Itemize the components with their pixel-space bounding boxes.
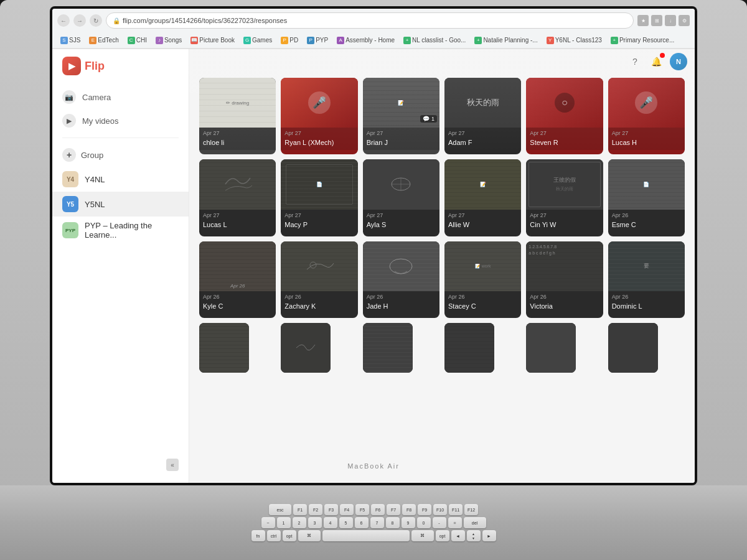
collapse-sidebar-button[interactable]: «	[166, 459, 179, 471]
key-right[interactable]: ►	[482, 530, 496, 541]
key-2[interactable]: 2	[293, 517, 306, 528]
key-5[interactable]: 5	[339, 517, 353, 528]
bookmark-sjs[interactable]: S SJS	[57, 35, 83, 45]
key-updown[interactable]: ▲▼	[467, 530, 481, 541]
video-card-allie-w[interactable]: ••• 📝 Apr 27 Allie W	[444, 159, 521, 236]
key-f10[interactable]: F10	[433, 504, 447, 515]
bm-icon-songs: ♪	[156, 37, 163, 44]
video-card-ayla-s[interactable]: •••	[363, 159, 439, 236]
key-1[interactable]: 1	[277, 517, 291, 528]
video-card-zachary-k[interactable]: •••	[281, 241, 357, 318]
key-space[interactable]	[322, 530, 410, 541]
video-card-partial-4[interactable]: •••	[444, 323, 494, 373]
key-equals[interactable]: =	[448, 517, 462, 528]
key-left[interactable]: ◄	[451, 530, 465, 541]
bookmark-nl[interactable]: + NL classlist - Goo...	[400, 35, 469, 45]
key-9[interactable]: 9	[402, 517, 415, 528]
key-opt-right[interactable]: opt	[436, 530, 449, 541]
key-cmd-right[interactable]: ⌘	[411, 530, 434, 541]
ext-icon-4[interactable]: ⚙	[679, 15, 690, 26]
bookmark-natalie[interactable]: + Natalie Planning -...	[471, 35, 540, 45]
bookmark-pyp[interactable]: P PYP	[304, 35, 331, 45]
bm-label-primary: Primary Resource...	[619, 37, 674, 44]
bookmark-picturebook[interactable]: 📖 Picture Book	[187, 35, 238, 45]
group-label-y4nl: Y4NL	[85, 175, 105, 184]
video-card-lucas-l[interactable]: •••	[199, 159, 276, 236]
svg-point-2	[390, 259, 412, 274]
video-card-partial-2[interactable]: •••	[281, 323, 331, 373]
sidebar-item-myvideos[interactable]: ▶ My videos	[52, 109, 189, 133]
group-item-y5nl[interactable]: Y5 Y5NL	[52, 192, 189, 217]
video-card-macy-p[interactable]: ••• 📄 Apr 27 Macy P	[281, 159, 357, 236]
key-delete[interactable]: del	[464, 517, 486, 528]
key-f2[interactable]: F2	[309, 504, 322, 515]
bookmark-games[interactable]: G Games	[240, 35, 275, 45]
bookmark-chi[interactable]: C CHI	[125, 35, 150, 45]
help-button[interactable]: ?	[627, 54, 642, 69]
key-0[interactable]: 0	[417, 517, 431, 528]
key-esc[interactable]: esc	[269, 504, 291, 515]
key-7[interactable]: 7	[370, 517, 384, 528]
group-label-pyp: PYP – Leading the Learne...	[85, 221, 179, 240]
key-f5[interactable]: F5	[355, 504, 369, 515]
video-card-kyle-c[interactable]: ••• Apr 26 Apr 26 Kyl	[199, 241, 276, 318]
video-card-stacey-c[interactable]: ••• 📝 work Apr 26 Stacey C	[444, 241, 521, 318]
ext-icon-1[interactable]: ★	[637, 15, 649, 26]
group-avatar-pyp: PYP	[62, 222, 78, 238]
video-card-partial-1[interactable]: •••	[199, 323, 249, 373]
ext-icon-2[interactable]: ⊞	[651, 15, 662, 26]
video-card-esme-c[interactable]: ••• 📄 Apr 26 Esme C	[608, 159, 685, 236]
add-group-button[interactable]: + Group	[52, 143, 189, 167]
bm-label-sjs: SJS	[69, 37, 80, 44]
key-fn[interactable]: fn	[251, 530, 265, 541]
key-ctrl[interactable]: ctrl	[267, 530, 281, 541]
video-card-lucas-h[interactable]: 🎤 Apr 27 Lucas H	[608, 78, 685, 154]
key-f11[interactable]: F11	[449, 504, 463, 515]
bookmark-assembly[interactable]: A Assembly - Home	[334, 35, 398, 45]
key-6[interactable]: 6	[355, 517, 369, 528]
key-8[interactable]: 8	[386, 517, 400, 528]
video-card-jade-h[interactable]: •••	[363, 241, 439, 318]
key-minus[interactable]: -	[433, 517, 446, 528]
video-card-partial-5[interactable]	[526, 323, 576, 373]
video-card-partial-6[interactable]	[608, 323, 658, 373]
refresh-button[interactable]: ↻	[90, 14, 102, 27]
video-card-dominic-l[interactable]: ••• 要 Apr 26 Dominic L	[608, 241, 685, 318]
forward-button[interactable]: →	[73, 14, 86, 27]
key-opt[interactable]: opt	[283, 530, 296, 541]
bookmark-songs[interactable]: ♪ Songs	[153, 35, 185, 45]
back-button[interactable]: ←	[57, 14, 70, 27]
notification-button[interactable]: 🔔	[649, 54, 664, 69]
key-f6[interactable]: F6	[371, 504, 385, 515]
key-tilde[interactable]: ~	[261, 517, 275, 528]
ext-icon-3[interactable]: ↓	[665, 15, 676, 26]
video-card-cin-yi-w[interactable]: ••• 王彼的假秋天的雨 Apr 27 Cin Yi W	[526, 159, 603, 236]
top-toolbar: ? 🔔 N	[627, 53, 687, 70]
video-card-steven-r[interactable]: ○ Apr 27 Steven R	[526, 78, 603, 154]
key-4[interactable]: 4	[324, 517, 337, 528]
key-f3[interactable]: F3	[324, 504, 338, 515]
bookmark-edtech[interactable]: E EdTech	[86, 35, 121, 45]
video-card-ryan-l[interactable]: 🎤 Apr 27 Ryan L (XMech)	[281, 78, 357, 154]
key-3[interactable]: 3	[308, 517, 322, 528]
video-card-partial-3[interactable]: •••	[363, 323, 413, 373]
key-f1[interactable]: F1	[293, 504, 307, 515]
group-item-pyp[interactable]: PYP PYP – Leading the Learne...	[52, 217, 189, 244]
bookmark-pd[interactable]: P PD	[278, 35, 301, 45]
video-card-victoria[interactable]: ••• 1.2.3.4.5.6.7.8a b c d e f g h Apr	[526, 241, 603, 318]
sidebar-item-camera[interactable]: 📷 Camera	[52, 85, 189, 109]
video-card-adam-f[interactable]: 秋天的雨 Apr 27 Adam F	[444, 78, 521, 154]
address-bar[interactable]: 🔒 flip.com/groups/14514266/topics/362270…	[106, 12, 634, 29]
key-f8[interactable]: F8	[402, 504, 416, 515]
key-f4[interactable]: F4	[340, 504, 354, 515]
key-f12[interactable]: F12	[464, 504, 478, 515]
key-f7[interactable]: F7	[387, 504, 400, 515]
video-card-chloe-li[interactable]: ✏ drawing Apr 27 chloe li	[199, 78, 276, 154]
key-cmd-left[interactable]: ⌘	[298, 530, 321, 541]
key-f9[interactable]: F9	[418, 504, 431, 515]
group-item-y4nl[interactable]: Y4 Y4NL	[52, 167, 189, 192]
video-card-brian-j[interactable]: 📝 Apr 27 Brian J 💬 1	[363, 78, 439, 154]
bookmark-primary[interactable]: + Primary Resource...	[608, 35, 677, 45]
bookmark-y6nl[interactable]: Y Y6NL - Class123	[543, 35, 605, 45]
user-avatar-button[interactable]: N	[670, 53, 687, 70]
